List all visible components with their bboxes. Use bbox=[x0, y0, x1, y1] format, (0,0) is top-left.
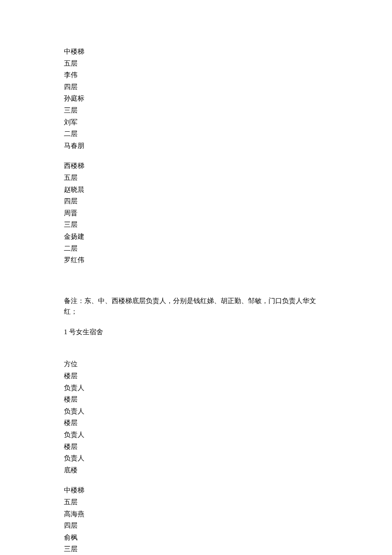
spacer bbox=[64, 287, 328, 295]
person-name: 俞枫 bbox=[64, 532, 328, 543]
label-person: 负责人 bbox=[64, 429, 328, 440]
floor-label: 五层 bbox=[64, 497, 328, 508]
spacer bbox=[64, 338, 328, 358]
floor-label: 五层 bbox=[64, 58, 328, 69]
person-name: 孙庭标 bbox=[64, 93, 328, 104]
section2-title: 西楼梯 bbox=[64, 160, 328, 171]
person-name: 刘军 bbox=[64, 117, 328, 128]
label-floor: 楼层 bbox=[64, 441, 328, 452]
dorm-title: 1 号女生宿舍 bbox=[64, 327, 328, 338]
person-name: 金扬建 bbox=[64, 231, 328, 242]
floor-label: 四层 bbox=[64, 196, 328, 207]
person-name: 赵晓晨 bbox=[64, 184, 328, 195]
label-floor: 楼层 bbox=[64, 370, 328, 382]
label-floor: 楼层 bbox=[64, 417, 328, 428]
spacer bbox=[64, 152, 328, 160]
label-direction: 方位 bbox=[64, 358, 328, 370]
person-name: 高海燕 bbox=[64, 509, 328, 520]
person-name: 周晋 bbox=[64, 208, 328, 219]
section3-title: 中楼梯 bbox=[64, 485, 328, 496]
person-name: 马春朋 bbox=[64, 140, 328, 151]
floor-label: 三层 bbox=[64, 543, 328, 555]
floor-label: 四层 bbox=[64, 81, 328, 92]
person-name: 李伟 bbox=[64, 69, 328, 81]
label-person: 负责人 bbox=[64, 453, 328, 464]
floor-label: 二层 bbox=[64, 243, 328, 254]
floor-label: 三层 bbox=[64, 219, 328, 230]
spacer bbox=[64, 266, 328, 287]
section1-title: 中楼梯 bbox=[64, 46, 328, 57]
label-person: 负责人 bbox=[64, 406, 328, 417]
floor-label: 二层 bbox=[64, 128, 328, 139]
spacer bbox=[64, 476, 328, 485]
floor-label: 四层 bbox=[64, 520, 328, 531]
note-text: 备注：东、中、西楼梯底层负责人，分别是钱红娣、胡正勤、邹敏，门口负责人华文红； bbox=[64, 295, 328, 317]
label-floor: 楼层 bbox=[64, 394, 328, 405]
floor-label: 三层 bbox=[64, 105, 328, 116]
spacer bbox=[64, 318, 328, 327]
document-content: 中楼梯 五层 李伟 四层 孙庭标 三层 刘军 二层 马春朋 西楼梯 五层 赵晓晨… bbox=[64, 46, 328, 555]
label-person: 负责人 bbox=[64, 382, 328, 393]
label-ground: 底楼 bbox=[64, 465, 328, 476]
floor-label: 五层 bbox=[64, 172, 328, 183]
person-name: 罗红伟 bbox=[64, 254, 328, 266]
